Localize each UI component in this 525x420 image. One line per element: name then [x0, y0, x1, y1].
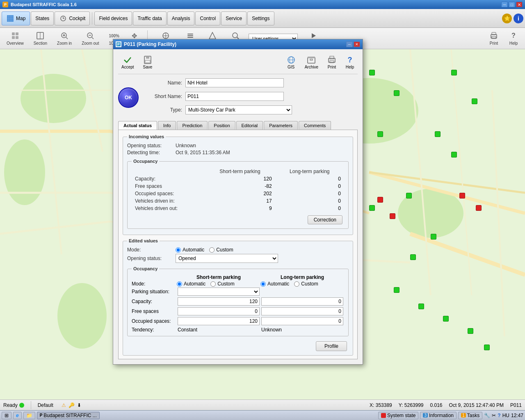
map-marker[interactable] [418, 304, 424, 309]
map-marker[interactable] [406, 193, 412, 199]
correction-button[interactable]: Correction [308, 215, 342, 224]
zoom-in-tool[interactable]: Zoom in [54, 30, 75, 47]
occupied-short-input[interactable] [178, 317, 260, 325]
system-state-item[interactable]: System state [378, 412, 418, 419]
toolbar-map-btn[interactable]: Map [2, 11, 30, 25]
free-spaces-long-input[interactable] [261, 307, 343, 315]
help-icon-taskbar[interactable]: ? [498, 413, 500, 418]
occupied-long-input[interactable] [261, 317, 343, 325]
map-marker[interactable] [451, 70, 457, 75]
map-marker[interactable] [431, 234, 436, 240]
mode-automatic-radio[interactable] [176, 247, 181, 253]
tab-position[interactable]: Position [208, 121, 235, 130]
toolbar-field-devices-btn[interactable]: Field devices [94, 11, 132, 25]
info-item[interactable]: 3 Information [420, 412, 457, 419]
map-marker[interactable] [435, 131, 441, 137]
toolbar-analysis-btn[interactable]: Analysis [167, 11, 195, 25]
map-marker[interactable] [451, 152, 457, 158]
print-tool-dlg[interactable]: Print [324, 54, 340, 71]
toolbar-states-btn[interactable]: States [31, 11, 54, 25]
long-auto[interactable]: Automatic [260, 281, 289, 287]
restore-btn[interactable]: □ [509, 2, 515, 7]
map-marker[interactable] [484, 345, 490, 350]
tab-prediction[interactable]: Prediction [177, 121, 208, 130]
gis-tool[interactable]: GIS [283, 54, 299, 71]
map-marker[interactable] [472, 98, 477, 104]
dialog-minimize-btn[interactable]: ─ [346, 41, 353, 47]
zoom-out-tool[interactable]: Zoom out [78, 30, 102, 47]
start-button[interactable]: ⊞ [2, 412, 11, 419]
type-select[interactable]: Multi-Storey Car Park [185, 105, 292, 114]
toolbar-control-btn[interactable]: Control [195, 11, 220, 25]
ie-button[interactable]: e [13, 412, 22, 419]
map-marker[interactable] [369, 70, 375, 75]
occupancy-incoming-legend: Occupancy [132, 159, 159, 164]
tab-parameters[interactable]: Parameters [264, 121, 298, 130]
tasks-item[interactable]: 1 Tasks [458, 412, 482, 419]
tab-info[interactable]: Info [158, 121, 176, 130]
archive-tool[interactable]: Archive [301, 54, 322, 71]
gis-icon [287, 55, 296, 64]
map-marker[interactable] [394, 287, 399, 293]
dialog-controls[interactable]: ─ ✕ [346, 41, 360, 47]
star-icon[interactable]: ⭐ [502, 14, 512, 23]
app-button[interactable]: P Budapest SITRAFFIC ... [37, 412, 100, 419]
help-tool-dlg[interactable]: ? Help [342, 54, 358, 71]
tab-actual-status[interactable]: Actual status [118, 121, 157, 130]
toolbar-settings-btn[interactable]: Settings [247, 11, 274, 25]
tools-icon-2[interactable]: ✂ [492, 413, 496, 418]
toolbar-traffic-data-btn[interactable]: Traffic data [133, 11, 166, 25]
map-marker[interactable] [369, 205, 375, 211]
short-auto[interactable]: Automatic [177, 281, 205, 287]
save-tool[interactable]: Save [140, 54, 156, 71]
mode-automatic[interactable]: Automatic [176, 247, 204, 253]
free-spaces-short: -82 [205, 183, 275, 190]
toolbar-cockpit-btn[interactable]: Cockpit [55, 11, 90, 25]
short-name-input[interactable] [185, 92, 284, 101]
map-marker-red[interactable] [476, 205, 482, 211]
mode-custom[interactable]: Custom [209, 247, 233, 253]
parking-situation-select[interactable] [178, 288, 260, 296]
map-marker[interactable] [468, 328, 473, 334]
map-marker[interactable] [443, 316, 449, 322]
profile-button[interactable]: Profile [316, 341, 347, 351]
zoom-in-label: Zoom in [57, 41, 72, 46]
section-tool[interactable]: Section [30, 30, 50, 47]
toolbar-service-btn[interactable]: Service [221, 11, 247, 25]
tab-editorial[interactable]: Editorial [236, 121, 263, 130]
mode-custom-radio[interactable] [209, 247, 215, 253]
col-short-term: Short-term parking [205, 168, 275, 175]
overview-tool[interactable]: Overview [3, 30, 27, 47]
dialog-close-btn[interactable]: ✕ [354, 41, 360, 47]
title-bar-controls[interactable]: ─ □ ✕ [501, 2, 523, 7]
map-marker[interactable] [394, 90, 399, 96]
tools-icon-1[interactable]: 🔧 [484, 413, 490, 418]
name-input[interactable] [185, 78, 284, 87]
capacity-short-input[interactable] [178, 297, 260, 306]
map-btn-label: Map [16, 16, 25, 21]
map-marker-red[interactable] [459, 193, 465, 199]
close-btn[interactable]: ✕ [516, 2, 523, 7]
long-custom[interactable]: Custom [294, 281, 318, 287]
occupancy-incoming-section: Occupancy Short-term parking Long-term p… [127, 159, 349, 229]
short-custom[interactable]: Custom [210, 281, 234, 287]
info-icon[interactable]: i [514, 14, 523, 23]
free-spaces-short-input[interactable] [178, 307, 260, 315]
map-marker-red[interactable] [390, 213, 395, 219]
tab-comments[interactable]: Comments [299, 121, 331, 130]
save-icon [143, 55, 152, 64]
minimize-btn[interactable]: ─ [501, 2, 508, 7]
print-tool[interactable]: Print [486, 30, 502, 47]
tendency-long-value: Unknown [260, 326, 344, 333]
map-marker[interactable] [410, 254, 416, 260]
capacity-long-input[interactable] [261, 297, 343, 306]
opening-status-select[interactable]: Opened [176, 254, 278, 263]
map-marker[interactable] [377, 131, 383, 137]
archive-label: Archive [305, 65, 318, 69]
map-marker-red[interactable] [377, 197, 383, 203]
folder-button[interactable]: 📁 [23, 412, 35, 419]
x-coord: X: 353389 [370, 402, 392, 408]
help-tool[interactable]: ? Help [505, 30, 522, 47]
accept-tool[interactable]: Accept [118, 54, 137, 71]
svg-line-13 [92, 37, 94, 39]
